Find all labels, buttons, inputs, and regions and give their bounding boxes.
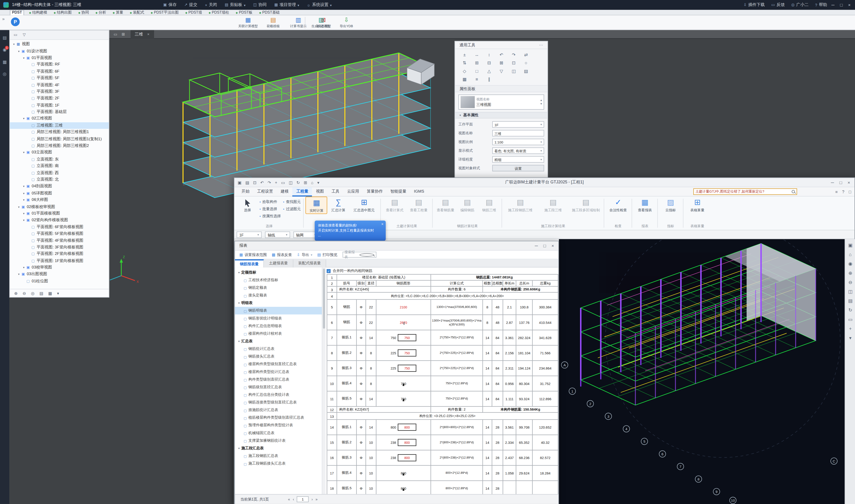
property-control[interactable]: 设置	[492, 165, 544, 172]
tree-item[interactable]: 三维视图: 三维	[10, 122, 109, 129]
view-tool-icon[interactable]: ▾	[849, 335, 852, 341]
rebar-row[interactable]: 6 钢筋 Φ 22 2870 2870 1300+1*max(3700/6,80…	[327, 315, 558, 330]
report-tree-item[interactable]: 钢筋级别直径汇总表	[235, 383, 322, 391]
pdst-ribbon-tab[interactable]: 装配式	[128, 10, 146, 15]
pdst-titlebar-tool[interactable]: ? 帮助	[815, 2, 827, 7]
minimize-button[interactable]: ─	[832, 2, 835, 7]
gtj-menu-tab[interactable]: 开始	[238, 187, 254, 196]
pdst-ribbon-tab[interactable]: PDST板	[234, 10, 254, 15]
report-tree-item[interactable]: 楼层构件类型统计汇总表	[235, 368, 322, 376]
floor-select[interactable]: 1F	[237, 231, 262, 238]
pdst-ribbon-tab[interactable]: PDST基础	[257, 10, 281, 15]
tool-icon[interactable]: ↕	[483, 51, 495, 59]
pdst-ribbon-tab[interactable]: PDST墙柱	[207, 10, 231, 15]
pdst-menu-item[interactable]: ☼ 系统设置 ▾	[307, 2, 332, 7]
expand-arrow-icon[interactable]	[22, 151, 26, 154]
report-tree-item[interactable]: 构件汇总信息明细表	[235, 322, 322, 330]
pdst-ribbon-tab[interactable]: 结构建模	[28, 10, 49, 15]
tree-item[interactable]: 立面视图: 南	[10, 163, 109, 169]
element-type-select[interactable]: 轴线	[265, 231, 290, 238]
report-tree-item[interactable]: 钢筋定额表	[235, 284, 322, 291]
tree-item[interactable]: 平面视图: 1F	[10, 102, 109, 108]
expand-arrow-icon[interactable]	[22, 192, 26, 195]
ribbon-big-button[interactable]: 查看钢筋量	[435, 197, 457, 213]
ribbon-big-button[interactable]: 查看计算式	[383, 197, 407, 213]
ribbon-small-button[interactable]: 批量选择	[259, 205, 281, 213]
tree-item[interactable]: 02三维视图	[10, 115, 109, 122]
search-icon[interactable]	[791, 190, 795, 193]
gtj-menu-tab[interactable]: IGMS	[410, 187, 428, 196]
tree-view-icon[interactable]: ▭	[14, 33, 17, 37]
ribbon-big-button[interactable]: 查看工程量	[407, 197, 431, 213]
view-tool-icon[interactable]: ⊖	[848, 280, 852, 285]
sidebar-strip-icon[interactable]: ◉ 1	[3, 48, 7, 53]
summary-selected-button[interactable]: 汇总选中图元	[349, 197, 379, 213]
tree-item[interactable]: 03出图视图	[10, 271, 109, 278]
property-control[interactable]: 精细	[492, 156, 544, 163]
report-tree-item[interactable]: 钢筋连接类型级别直径汇总表	[235, 399, 322, 406]
report-tree-item[interactable]: 楼层构件类型级别直径汇总表	[235, 360, 322, 368]
pdst-ribbon-button[interactable]: ▧ 生成分析模型	[309, 16, 333, 29]
report-tree-item[interactable]: 接头定额表	[235, 291, 322, 299]
tree-item[interactable]: 立面视图: 西	[10, 169, 109, 176]
pdst-ribbon-tab[interactable]: 结构出图	[52, 10, 73, 15]
tree-item[interactable]: 04剖面视图	[10, 183, 109, 190]
report-tree-item[interactable]: 钢筋形状统计明细表	[235, 314, 322, 322]
gtj-menu-tab[interactable]: 工程设置	[253, 187, 277, 196]
tree-item[interactable]: 平面视图: 2F	[10, 95, 109, 102]
report-tree-item[interactable]: 支撑梁加腋钢筋统计表	[235, 437, 322, 444]
tool-icon[interactable]: ▦	[458, 75, 471, 84]
expand-arrow-icon[interactable]	[22, 212, 26, 215]
ribbon-big-button[interactable]: 施工段三维	[537, 197, 570, 213]
ribbon-big-button[interactable]: 编辑钢筋	[456, 197, 478, 213]
tool-icon[interactable]: ⇅	[458, 59, 471, 67]
tree-item[interactable]: 视图	[10, 41, 109, 48]
rebar-row[interactable]: 14 箍筋.1 Φ 14 800 800 800 2*(800+800)+2*(…	[327, 420, 558, 435]
realtime-calc-button[interactable]: 实时计算	[306, 197, 328, 214]
close-button[interactable]: ×	[552, 243, 554, 248]
report-tree-item[interactable]: 钢筋统计汇总表	[235, 345, 322, 353]
pdst-titlebar-tool[interactable]: ◎ 广小二	[791, 2, 808, 7]
view-tool-icon[interactable]: ▣	[848, 242, 853, 248]
ribbon-small-button[interactable]: 拾取构件	[259, 198, 281, 205]
tree-item[interactable]: 平面视图: 5F竖向模板视图	[10, 230, 109, 237]
maximize-button[interactable]: □	[840, 2, 842, 7]
close-button[interactable]: ×	[848, 2, 851, 7]
rebar-row[interactable]: 11 箍筋.5 Φ 14 750 750 750+2*(12.89*d) 14	[327, 392, 558, 407]
expand-arrow-icon[interactable]	[22, 219, 26, 222]
tree-item[interactable]: 平面视图: 5F	[10, 75, 109, 82]
tree-item[interactable]: 01设计视图	[10, 48, 109, 54]
tree-item[interactable]: 平面视图: 1F竖向模板视图	[10, 257, 109, 264]
tree-item[interactable]: 平面视图: 3F竖向模板视图	[10, 244, 109, 251]
gtj-menu-tab[interactable]: 云应用	[343, 187, 363, 196]
rebar-row[interactable]: 8 箍筋.2 Φ 8 225 750 750 2*(750+225)+2*(12…	[327, 345, 558, 361]
report-tab[interactable]: 钢筋报表量	[235, 259, 264, 268]
tree-item[interactable]: 立面视图: 北	[10, 176, 109, 183]
last-page-button[interactable]: »	[316, 497, 318, 501]
tree-item[interactable]: 03校审视图	[10, 264, 109, 271]
view-tool-icon[interactable]: ⌂	[849, 252, 852, 257]
report-search-box[interactable]: 搜索报表	[342, 252, 376, 258]
gtj-menu-tab[interactable]: 建模	[277, 187, 293, 196]
tool-icon[interactable]: ≡	[471, 75, 483, 84]
maximize-button[interactable]: □	[839, 180, 842, 185]
cloud-index-button[interactable]: 云指标	[660, 197, 682, 213]
viewport-layout-icon[interactable]: ▭	[114, 32, 117, 36]
page-number-input[interactable]: 1	[297, 496, 309, 502]
report-tab[interactable]: 装配式报表量	[293, 259, 326, 268]
tree-footer-icon[interactable]: ◎	[31, 291, 34, 295]
ribbon-big-button[interactable]: 施工段多区域绘制	[570, 197, 602, 213]
pdst-titlebar-tool[interactable]: ▭ 反馈	[771, 2, 785, 7]
report-tree-item[interactable]: 钢筋明细表	[235, 307, 322, 314]
minimize-button[interactable]: ─	[831, 180, 834, 185]
rebar-row[interactable]: 15 箍筋.2 Φ 10 238 800 800 2*(800+238)+2*(…	[327, 435, 558, 450]
pdst-ribbon-tab[interactable]: 算量	[111, 10, 125, 15]
pdst-ribbon-tab[interactable]: PDST墙	[184, 10, 204, 15]
tree-item[interactable]: 05详图视图	[10, 190, 109, 197]
titlebar-mini-icon[interactable]: □	[849, 190, 851, 194]
tree-item[interactable]: 06大样图	[10, 197, 109, 203]
tree-item[interactable]: 平面视图: 基础层	[10, 109, 109, 115]
tree-item[interactable]: 01柱位图	[10, 278, 109, 284]
tool-icon[interactable]: ⇄	[520, 51, 532, 59]
minimize-button[interactable]: ─	[535, 243, 538, 248]
